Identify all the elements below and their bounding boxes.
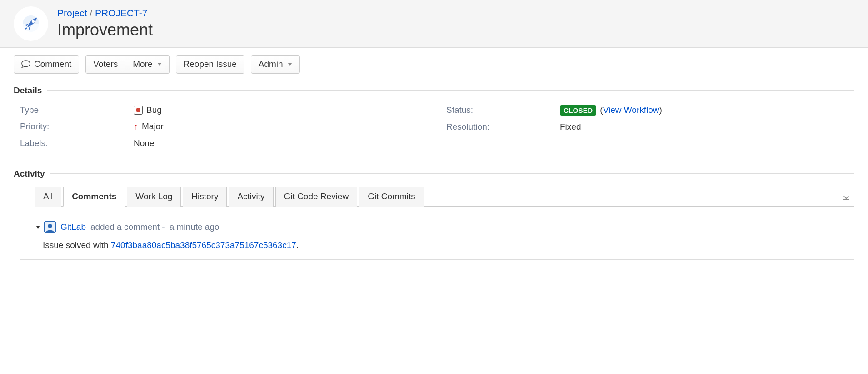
resolution-label: Resolution:	[446, 122, 560, 132]
status-badge: CLOSED	[560, 105, 596, 116]
details-grid: Type: Bug Priority: ↑ Major Labels: None	[14, 102, 854, 152]
voters-button[interactable]: Voters	[85, 55, 125, 74]
arrow-up-icon: ↑	[134, 121, 138, 132]
details-section-header: Details	[14, 86, 854, 96]
tab-all[interactable]: All	[35, 187, 61, 207]
page-header: Project / PROJECT-7 Improvement	[0, 0, 868, 48]
breadcrumb-project-link[interactable]: Project	[57, 8, 87, 18]
type-value: Bug	[134, 105, 162, 115]
action-toolbar: Comment Voters More Reopen Issue Admin	[14, 55, 854, 74]
chevron-down-icon	[157, 63, 162, 66]
tab-git-code-review[interactable]: Git Code Review	[275, 187, 358, 207]
voters-more-group: Voters More	[85, 55, 169, 74]
activity-section-header: Activity	[14, 169, 854, 179]
comments-list: ▾ GitLab added a comment - a minute ago …	[14, 207, 854, 260]
admin-button[interactable]: Admin	[251, 55, 300, 74]
breadcrumb-issue-link[interactable]: PROJECT-7	[95, 8, 148, 18]
priority-value: ↑ Major	[134, 121, 164, 132]
comment-time: a minute ago	[170, 222, 219, 232]
comment-button-label: Comment	[34, 59, 71, 70]
rocket-icon	[20, 12, 42, 35]
avatar	[44, 221, 56, 233]
tab-worklog[interactable]: Work Log	[127, 187, 181, 207]
breadcrumb: Project / PROJECT-7	[57, 8, 153, 19]
project-avatar	[14, 6, 48, 41]
comment-icon	[21, 60, 30, 68]
tab-activity[interactable]: Activity	[229, 187, 273, 207]
chevron-down-icon	[288, 63, 292, 66]
comment-body: Issue solved with 740f3baa80ac5ba38f5765…	[36, 240, 854, 250]
status-value: CLOSED (View Workflow)	[560, 105, 662, 116]
tab-git-commits[interactable]: Git Commits	[359, 187, 424, 207]
page-title: Improvement	[57, 20, 153, 40]
comment-author-link[interactable]: GitLab	[60, 222, 86, 232]
commit-link[interactable]: 740f3baa80ac5ba38f5765c373a75167c5363c17	[111, 240, 296, 250]
status-label: Status:	[446, 105, 560, 115]
view-workflow-link[interactable]: View Workflow	[603, 105, 659, 115]
bug-icon	[134, 106, 143, 115]
labels-value: None	[134, 138, 154, 148]
svg-point-2	[48, 224, 52, 228]
priority-label: Priority:	[20, 121, 134, 131]
breadcrumb-sep: /	[90, 8, 95, 18]
comment-item: ▾ GitLab added a comment - a minute ago …	[20, 217, 854, 260]
type-label: Type:	[20, 105, 134, 115]
tab-history[interactable]: History	[183, 187, 227, 207]
tab-comments[interactable]: Comments	[63, 187, 125, 207]
more-button[interactable]: More	[125, 55, 169, 74]
chevron-down-icon[interactable]: ▾	[36, 223, 40, 231]
comment-action: added a comment -	[90, 222, 165, 232]
activity-tabs: All Comments Work Log History Activity G…	[35, 186, 854, 207]
resolution-value: Fixed	[560, 122, 581, 132]
reopen-issue-button[interactable]: Reopen Issue	[176, 55, 244, 74]
labels-label: Labels:	[20, 138, 134, 148]
comment-button[interactable]: Comment	[14, 55, 79, 74]
scroll-down-icon[interactable]	[838, 190, 854, 206]
